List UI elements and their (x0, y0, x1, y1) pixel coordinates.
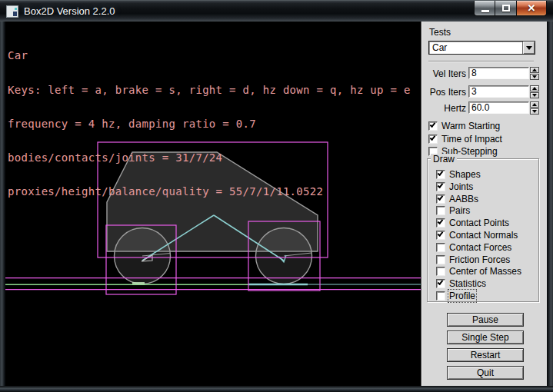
friction-forces-checkbox[interactable] (436, 255, 445, 264)
titlebar[interactable]: Box2D Version 2.2.0 ✕ (0, 0, 553, 22)
up-arrow-icon (532, 103, 537, 106)
quit-button[interactable]: Quit (447, 366, 524, 380)
status-line-frequency: frequency = 4 hz, damping ratio = 0.7 (8, 118, 411, 130)
friction-forces-label: Friction Forces (449, 254, 510, 265)
vel-iters-label: Vel Iters (426, 68, 466, 79)
maximize-button[interactable] (495, 1, 517, 16)
hertz-spinner (530, 101, 539, 115)
spinner-down-button[interactable] (530, 74, 539, 80)
hertz-input[interactable] (468, 101, 529, 114)
profile-checkbox[interactable] (436, 291, 445, 301)
statistics-label: Statistics (449, 278, 486, 289)
window-frame-right (547, 22, 553, 392)
warm-starting-checkbox[interactable] (428, 121, 438, 131)
status-text-block: Car Keys: left = a, brake = s, right = d… (8, 28, 411, 220)
profile-label: Profile (449, 291, 475, 301)
aabbs-checkbox[interactable] (436, 194, 445, 204)
joints-checkbox[interactable] (436, 182, 445, 191)
app-icon (6, 5, 18, 18)
tests-combobox[interactable]: Car (428, 41, 535, 55)
status-line-keys: Keys: left = a, brake = s, right = d, hz… (8, 85, 411, 96)
window-frame-left (0, 22, 5, 392)
restart-button[interactable]: Restart (447, 348, 524, 362)
contact-normals-checkbox[interactable] (436, 231, 445, 240)
hertz-label: Hertz (426, 103, 466, 114)
checkmark-icon (430, 135, 436, 141)
contact-points-checkbox[interactable] (436, 218, 445, 228)
status-line-test-name: Car (8, 50, 411, 61)
minimize-icon (481, 10, 489, 12)
aabbs-label: AABBs (449, 194, 478, 204)
window-title: Box2D Version 2.2.0 (24, 5, 115, 17)
app-window: Box2D Version 2.2.0 ✕ (0, 0, 553, 392)
down-arrow-icon (532, 94, 537, 97)
spinner-down-button[interactable] (530, 108, 539, 115)
contact-forces-label: Contact Forces (449, 242, 511, 253)
simulation-canvas[interactable]: Car Keys: left = a, brake = s, right = d… (5, 22, 421, 386)
pos-iters-label: Pos Iters (426, 87, 466, 98)
vel-iters-input[interactable] (468, 67, 529, 79)
time-of-impact-label: Time of Impact (441, 134, 502, 145)
contact-points-label: Contact Points (449, 218, 509, 228)
up-arrow-icon (532, 68, 537, 71)
center-of-masses-checkbox[interactable] (436, 267, 445, 276)
shapes-checkbox[interactable] (436, 170, 445, 179)
caption-buttons: ✕ (474, 1, 547, 16)
spinner-up-button[interactable] (530, 101, 539, 108)
spinner-up-button[interactable] (530, 85, 539, 91)
minimize-button[interactable] (474, 1, 495, 16)
close-icon: ✕ (517, 1, 546, 15)
maximize-icon (502, 5, 510, 12)
checkmark-icon (438, 182, 444, 188)
checkmark-icon (438, 231, 444, 237)
vel-iters-spinner (530, 67, 539, 80)
up-arrow-icon (532, 87, 537, 90)
center-of-masses-label: Center of Masses (449, 266, 521, 277)
down-arrow-icon (532, 75, 537, 78)
single-step-button[interactable]: Single Step (447, 331, 524, 344)
contact-point-marker (132, 282, 145, 284)
time-of-impact-checkbox[interactable] (428, 135, 438, 144)
draw-group-title: Draw (431, 154, 457, 164)
spinner-down-button[interactable] (530, 92, 539, 98)
status-line-proxies: proxies/height/balance/quality = 55/7/1/… (8, 186, 411, 198)
checkmark-icon (438, 279, 444, 285)
pos-iters-input[interactable] (468, 85, 529, 98)
checkmark-icon (438, 170, 444, 176)
tests-combobox-value: Car (432, 42, 447, 53)
chevron-down-icon (526, 46, 532, 50)
tests-combobox-dropdown-button[interactable] (522, 42, 535, 54)
statistics-checkbox[interactable] (436, 279, 445, 288)
window-frame-bottom (0, 386, 553, 392)
pairs-checkbox[interactable] (436, 206, 445, 215)
pairs-label: Pairs (449, 205, 470, 216)
control-panel: Tests Car Vel Iters Pos Iters Hertz (421, 22, 547, 386)
contact-normals-label: Contact Normals (449, 230, 518, 241)
spinner-up-button[interactable] (530, 67, 539, 73)
warm-starting-label: Warm Starting (441, 121, 500, 131)
down-arrow-icon (532, 110, 537, 113)
checkmark-icon (430, 121, 436, 128)
checkmark-icon (438, 194, 444, 201)
separator (428, 61, 534, 62)
pos-iters-spinner (530, 85, 539, 98)
status-line-counts: bodies/contacts/joints = 31/7/24 (8, 152, 411, 164)
pause-button[interactable]: Pause (447, 313, 524, 327)
close-button[interactable]: ✕ (517, 1, 547, 16)
checkmark-icon (438, 218, 444, 224)
joints-label: Joints (449, 181, 473, 192)
tests-label: Tests (429, 27, 451, 38)
contact-forces-checkbox[interactable] (436, 243, 445, 252)
shapes-label: Shapes (449, 169, 481, 180)
